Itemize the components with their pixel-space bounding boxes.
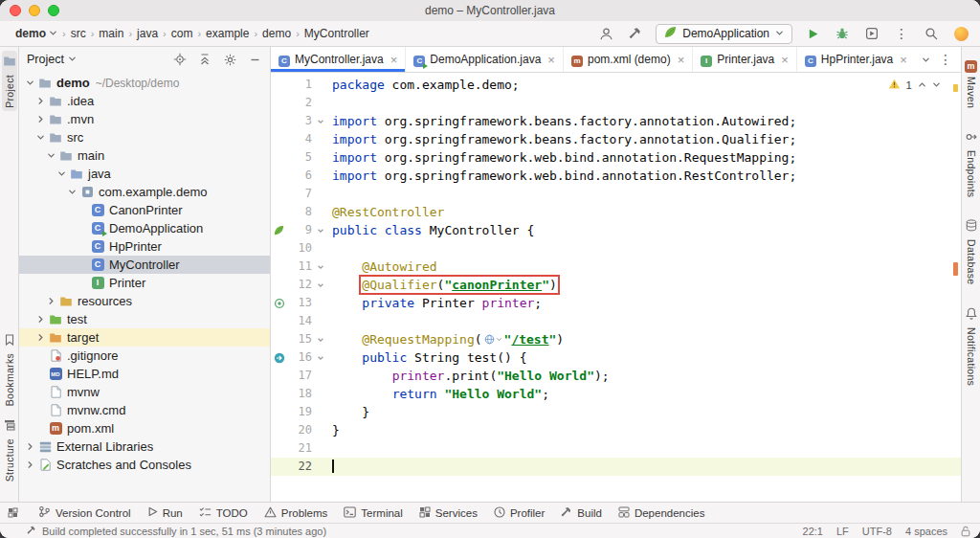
toolwindow-button-dependencies[interactable]: Dependencies xyxy=(618,506,705,520)
tab-demoapplication-java[interactable]: CDemoApplication.java× xyxy=(406,47,564,72)
tree-item-com-example-demo[interactable]: com.example.demo xyxy=(19,183,270,201)
tree-item-pom-xml[interactable]: mpom.xml xyxy=(19,419,270,437)
search-button[interactable] xyxy=(922,24,941,43)
tree-item-hpprinter[interactable]: CHpPrinter xyxy=(19,237,270,256)
code-line-15[interactable]: 15 @RequestMapping("/test") xyxy=(271,330,961,348)
breadcrumb-item-demo-6[interactable]: demo xyxy=(260,27,293,40)
tab-options-button[interactable]: ⋮ xyxy=(939,53,952,66)
chevron-right-icon[interactable] xyxy=(46,297,56,305)
code-line-5[interactable]: 5import org.springframework.web.bind.ann… xyxy=(271,148,961,167)
tree-item-help-md[interactable]: MDHELP.md xyxy=(19,365,270,383)
run-button[interactable] xyxy=(803,24,822,43)
chevron-right-icon[interactable] xyxy=(35,315,46,324)
chevron-right-icon[interactable] xyxy=(25,460,35,469)
chevron-down-icon[interactable] xyxy=(25,78,35,87)
toolwindow-button-bookmarks[interactable]: Bookmarks xyxy=(3,329,16,409)
tab-printer-java[interactable]: IPrinter.java× xyxy=(693,47,797,72)
coverage-button[interactable] xyxy=(862,24,881,43)
code-line-11[interactable]: 11 @Autowired xyxy=(271,258,961,276)
code-line-18[interactable]: 18 return "Hello World"; xyxy=(271,385,961,403)
chevron-right-icon[interactable] xyxy=(35,115,46,123)
breadcrumb-item-com-4[interactable]: com xyxy=(169,27,195,40)
chevron-down-icon[interactable] xyxy=(67,188,78,196)
code-line-22[interactable]: 22 xyxy=(271,458,961,476)
code-line-3[interactable]: 3import org.springframework.beans.factor… xyxy=(271,112,961,130)
more-button[interactable]: ⋮ xyxy=(892,24,911,43)
tree-item-canonprinter[interactable]: CCanonPrinter xyxy=(19,201,270,219)
code-line-20[interactable]: 20} xyxy=(271,421,961,439)
code-line-14[interactable]: 14 xyxy=(271,312,961,330)
fold-region-icon[interactable] xyxy=(312,221,328,239)
hammer-button[interactable] xyxy=(626,24,645,43)
quick-access-icon[interactable] xyxy=(8,507,18,518)
readonly-toggle[interactable] xyxy=(961,526,970,537)
breadcrumb-item-main-2[interactable]: main xyxy=(97,27,125,40)
close-window-button[interactable] xyxy=(10,5,21,16)
close-tab-icon[interactable]: × xyxy=(547,54,555,66)
toolwindow-button-build[interactable]: Build xyxy=(561,506,602,520)
close-tab-icon[interactable]: × xyxy=(900,54,907,66)
tree-item-java[interactable]: java xyxy=(19,165,270,183)
next-problem-button[interactable] xyxy=(932,80,941,89)
chevron-down-icon[interactable] xyxy=(35,133,46,142)
code-line-4[interactable]: 4import org.springframework.beans.factor… xyxy=(271,130,961,148)
close-tab-icon[interactable]: × xyxy=(390,54,398,66)
code-line-13[interactable]: 13 private Printer printer; xyxy=(271,294,961,312)
caret-position-widget[interactable]: 22:1 xyxy=(803,526,823,537)
toolwindow-button-todo[interactable]: TODO xyxy=(199,506,248,520)
close-tab-icon[interactable]: × xyxy=(781,54,789,66)
toolwindow-button-services[interactable]: Services xyxy=(419,506,478,520)
encoding-widget[interactable]: UTF-8 xyxy=(862,526,892,537)
indent-widget[interactable]: 4 spaces xyxy=(905,526,947,537)
code-line-9[interactable]: 9public class MyController { xyxy=(271,221,961,239)
fold-region-icon[interactable] xyxy=(312,330,328,348)
toolwindow-button-profiler[interactable]: Profiler xyxy=(494,506,545,520)
hidden-tabs-button[interactable] xyxy=(922,56,930,64)
gear-icon[interactable] xyxy=(222,52,237,67)
editor[interactable]: 1package com.example.demo;23import org.s… xyxy=(271,73,961,502)
fullscreen-window-button[interactable] xyxy=(48,5,59,16)
toolwindow-button-terminal[interactable]: Terminal xyxy=(344,506,402,520)
tree-item-src[interactable]: src xyxy=(19,128,270,146)
toolwindow-button-endpoints[interactable]: Endpoints xyxy=(965,126,978,200)
tree-item-target[interactable]: target xyxy=(19,328,270,347)
minimize-window-button[interactable] xyxy=(29,5,40,16)
error-stripe-highlight-mark[interactable] xyxy=(953,262,958,276)
code-line-16[interactable]: 16 public String test() { xyxy=(271,348,961,367)
minus-icon[interactable] xyxy=(247,52,262,67)
tree-item-scratches-and-consoles[interactable]: Scratches and Consoles xyxy=(19,456,270,474)
code-line-19[interactable]: 19 } xyxy=(271,403,961,421)
autowired-gutter-icon[interactable] xyxy=(271,294,287,312)
chevron-right-icon[interactable] xyxy=(35,97,46,105)
breadcrumb-item-src-1[interactable]: src xyxy=(69,27,88,40)
toolwindow-button-run[interactable]: Run xyxy=(147,506,183,519)
fold-region-icon[interactable] xyxy=(312,112,328,130)
prev-problem-button[interactable] xyxy=(918,80,926,89)
collapse-all-icon[interactable] xyxy=(197,52,212,67)
fold-region-icon[interactable] xyxy=(312,348,328,367)
code-line-8[interactable]: 8@RestController xyxy=(271,203,961,221)
code-line-6[interactable]: 6import org.springframework.web.bind.ann… xyxy=(271,167,961,185)
breadcrumb-item-mycontroller-7[interactable]: MyController xyxy=(302,27,371,40)
toolwindow-button-structure[interactable]: Structure xyxy=(3,415,16,484)
tree-item-mvnw-cmd[interactable]: mvnw.cmd xyxy=(19,401,270,419)
tree-item-resources[interactable]: resources xyxy=(19,292,270,310)
toolwindow-button-notifications[interactable]: Notifications xyxy=(965,303,978,389)
tree-item-mvnw[interactable]: mvnw xyxy=(19,383,270,401)
toolwindow-button-problems[interactable]: Problems xyxy=(264,506,328,520)
toolwindow-button-project[interactable]: Project xyxy=(2,51,17,111)
tree-item-gitignore[interactable]: .gitignore xyxy=(19,347,270,365)
breadcrumb-item-example-5[interactable]: example xyxy=(204,27,251,40)
code-line-7[interactable]: 7 xyxy=(271,185,961,203)
code-line-1[interactable]: 1package com.example.demo; xyxy=(271,76,961,94)
request-mapping-gutter-icon[interactable] xyxy=(271,348,287,367)
tree-item-external-libraries[interactable]: External Libraries xyxy=(19,437,270,456)
toolwindow-button-version-control[interactable]: Version Control xyxy=(38,505,131,520)
run-configuration-select[interactable]: DemoApplication xyxy=(656,24,792,44)
locate-icon[interactable] xyxy=(172,52,188,67)
project-view-switcher[interactable]: Project xyxy=(27,53,77,66)
close-tab-icon[interactable]: × xyxy=(678,54,685,66)
toolwindow-button-maven[interactable]: mMaven xyxy=(964,53,978,111)
line-separator-widget[interactable]: LF xyxy=(836,526,849,537)
chevron-down-icon[interactable] xyxy=(56,169,67,178)
